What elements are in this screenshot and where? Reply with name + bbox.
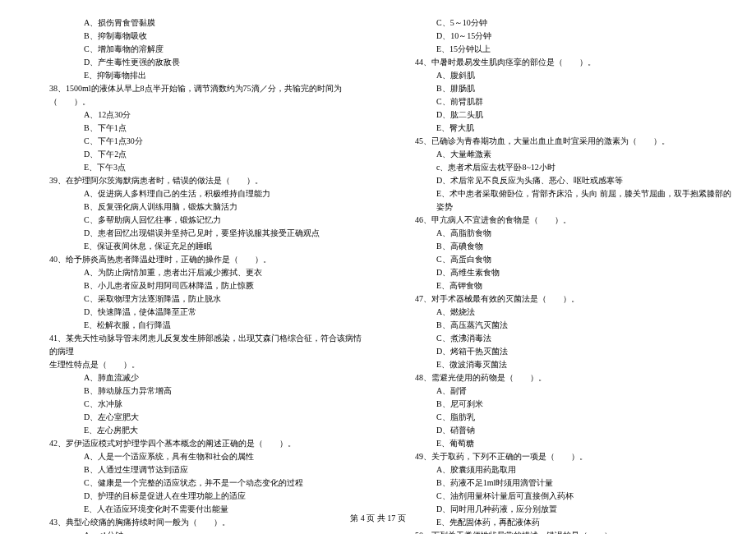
q37-opt-a: A、损伤胃食管黏膜 bbox=[25, 16, 366, 30]
q41-opt-b: B、肺动脉压力异常增高 bbox=[25, 384, 366, 398]
q38-opt-b: B、下午1点 bbox=[25, 122, 366, 135]
q50-text: 50、下列关于粪便性状异常的描述，错误的是（ ）。 bbox=[390, 529, 731, 534]
q41-opt-a: A、肺血流减少 bbox=[25, 371, 366, 384]
q44-opt-a: A、腹斜肌 bbox=[390, 69, 731, 82]
q49-text: 49、关于取药，下列不正确的一项是（ ）。 bbox=[390, 450, 731, 463]
q40-opt-b: B、小儿患者应及时用阿司匹林降温，防止惊厥 bbox=[25, 279, 366, 292]
q40-opt-a: A、为防止病情加重，患者出汗后减少擦拭、更衣 bbox=[25, 266, 366, 279]
q40-opt-c: C、采取物理方法逐渐降温，防止脱水 bbox=[25, 292, 366, 306]
q46-text: 46、甲亢病人不宜进食的食物是（ ）。 bbox=[390, 214, 731, 227]
q40-opt-d: D、快速降温，使体温降至正常 bbox=[25, 306, 366, 319]
q39-opt-d: D、患者回忆出现错误并坚持己见时，要坚持说服其接受正确观点 bbox=[25, 227, 366, 240]
q44-opt-b: B、腓肠肌 bbox=[390, 82, 731, 95]
q46-opt-c: C、高蛋白食物 bbox=[390, 253, 731, 266]
q38-opt-c: C、下午1点30分 bbox=[25, 135, 366, 148]
q44-text: 44、中暑时最易发生肌肉痉挛的部位是（ ）。 bbox=[390, 56, 731, 69]
q43-opt-d: D、10～15分钟 bbox=[390, 30, 731, 43]
q37-opt-c: C、增加毒物的溶解度 bbox=[25, 43, 366, 56]
q45-opt-e: E、术中患者采取俯卧位，背部齐床沿，头向 前屈，膝关节屈曲，双手抱紧膝部的姿势 bbox=[390, 187, 731, 214]
q45-opt-d: D、术后常见不良反应为头痛、恶心、呕吐或感寒等 bbox=[390, 174, 731, 187]
q40-opt-e: E、松解衣服，自行降温 bbox=[25, 319, 366, 332]
q38-text: 38、1500ml的液体从早上8点半开始输，调节滴数约为75滴／分，共输完的时间… bbox=[25, 82, 366, 108]
q41-opt-d: D、左心室肥大 bbox=[25, 411, 366, 424]
q43-opt-e: E、15分钟以上 bbox=[390, 43, 731, 56]
q42-text: 42、罗伊适应模式对护理学四个基本概念的阐述正确的是（ ）。 bbox=[25, 437, 366, 450]
left-column: A、损伤胃食管黏膜 B、抑制毒物吸收 C、增加毒物的溶解度 D、产生毒性更强的敌… bbox=[25, 16, 366, 505]
q46-opt-b: B、高碘食物 bbox=[390, 240, 731, 253]
q48-opt-c: C、脂肪乳 bbox=[390, 411, 731, 424]
right-column: C、5～10分钟 D、10～15分钟 E、15分钟以上 44、中暑时最易发生肌肉… bbox=[390, 16, 731, 505]
q39-text: 39、在护理阿尔茨海默病患者时，错误的做法是（ ）。 bbox=[25, 174, 366, 187]
q41-opt-c: C、水冲脉 bbox=[25, 398, 366, 411]
q45-opt-a: A、大量雌激素 bbox=[390, 148, 731, 161]
q42-opt-b: B、人通过生理调节达到适应 bbox=[25, 463, 366, 476]
q47-opt-d: D、烤箱干热灭菌法 bbox=[390, 345, 731, 358]
q39-opt-e: E、保证夜间休息，保证充足的睡眠 bbox=[25, 240, 366, 253]
q43-opt-a: A、<1分钟 bbox=[25, 529, 366, 534]
q43-opt-c: C、5～10分钟 bbox=[390, 16, 731, 30]
q38-opt-d: D、下午2点 bbox=[25, 148, 366, 161]
q44-opt-c: C、前臂肌群 bbox=[390, 95, 731, 108]
q41-text2: 生理性特点是（ ）。 bbox=[25, 358, 366, 371]
q37-opt-d: D、产生毒性更强的敌敌畏 bbox=[25, 56, 366, 69]
q46-opt-d: D、高维生素食物 bbox=[390, 266, 731, 279]
q39-opt-c: C、多帮助病人回忆往事，锻炼记忆力 bbox=[25, 214, 366, 227]
q44-opt-d: D、肱二头肌 bbox=[390, 108, 731, 122]
q41-opt-e: E、左心房肥大 bbox=[25, 424, 366, 437]
q37-opt-b: B、抑制毒物吸收 bbox=[25, 30, 366, 43]
q47-opt-b: B、高压蒸汽灭菌法 bbox=[390, 319, 731, 332]
q44-opt-e: E、臀大肌 bbox=[390, 122, 731, 135]
q48-opt-e: E、葡萄糖 bbox=[390, 437, 731, 450]
q42-opt-a: A、人是一个适应系统，具有生物和社会的属性 bbox=[25, 450, 366, 463]
q42-opt-c: C、健康是一个完整的适应状态，并不是一个动态变化的过程 bbox=[25, 476, 366, 490]
q49-opt-a: A、胶囊须用药匙取用 bbox=[390, 463, 731, 476]
q40-text: 40、给予肺炎高热患者降温处理时，正确的操作是（ ）。 bbox=[25, 253, 366, 266]
q49-opt-c: C、油剂用量杯计量后可直接倒入药杯 bbox=[390, 490, 731, 503]
q37-opt-e: E、抑制毒物排出 bbox=[25, 69, 366, 82]
q39-opt-b: B、反复强化病人训练用脑，锻炼大脑活力 bbox=[25, 200, 366, 214]
q45-opt-c: c、患者术后应去枕平卧8~12小时 bbox=[390, 161, 731, 174]
q48-opt-a: A、副肾 bbox=[390, 384, 731, 398]
q46-opt-e: E、高钾食物 bbox=[390, 279, 731, 292]
q48-text: 48、需避光使用的药物是（ ）。 bbox=[390, 371, 731, 384]
q49-opt-b: B、药液不足1ml时须用滴管计量 bbox=[390, 476, 731, 490]
q47-text: 47、对手术器械最有效的灭菌法是（ ）。 bbox=[390, 292, 731, 306]
q48-opt-d: D、硝普钠 bbox=[390, 424, 731, 437]
q42-opt-d: D、护理的目标是促进人在生理功能上的适应 bbox=[25, 490, 366, 503]
q45-text: 45、已确诊为青春期功血，大量出血止血时宜采用的激素为（ ）。 bbox=[390, 135, 731, 148]
q38-opt-a: A、12点30分 bbox=[25, 108, 366, 122]
q46-opt-a: A、高脂肪食物 bbox=[390, 227, 731, 240]
q38-opt-e: E、下午3点 bbox=[25, 161, 366, 174]
page-footer: 第 4 页 共 17 页 bbox=[0, 513, 756, 524]
q39-opt-a: A、促进病人多料理自己的生活，积极维持自理能力 bbox=[25, 187, 366, 200]
q48-opt-b: B、尼可刹米 bbox=[390, 398, 731, 411]
q41-text: 41、某先天性动脉导管未闭患儿反复发生肺部感染，出现艾森门格综合征，符合该病情的… bbox=[25, 332, 366, 358]
q47-opt-e: E、微波消毒灭菌法 bbox=[390, 358, 731, 371]
q47-opt-a: A、燃烧法 bbox=[390, 306, 731, 319]
q47-opt-c: C、煮沸消毒法 bbox=[390, 332, 731, 345]
